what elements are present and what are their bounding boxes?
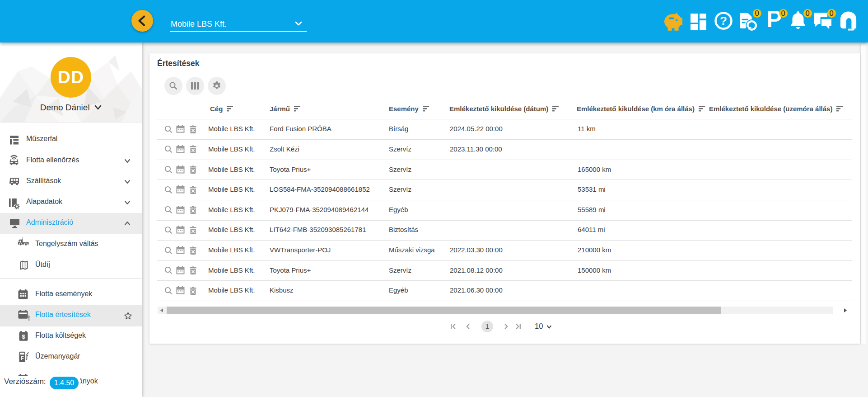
svg-text:$: $ — [22, 333, 25, 340]
svg-text:F: F — [21, 355, 24, 361]
svg-text:?: ? — [720, 14, 727, 28]
